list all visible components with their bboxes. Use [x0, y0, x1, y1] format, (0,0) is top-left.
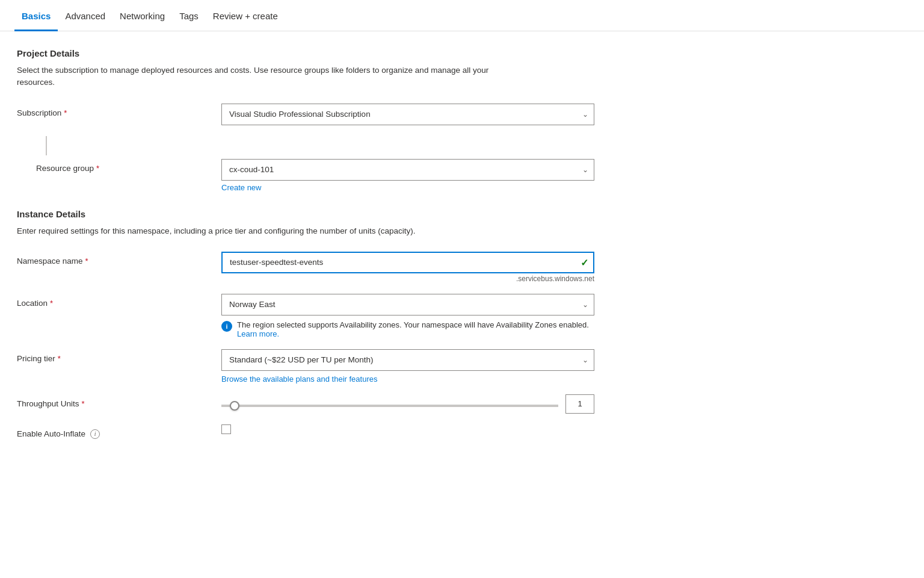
auto-inflate-row: Enable Auto-Inflate i — [17, 424, 645, 439]
resource-group-label: Resource group * — [36, 159, 221, 173]
throughput-units-required-star: * — [82, 399, 85, 408]
subscription-row: Subscription * Visual Studio Professiona… — [17, 104, 645, 125]
namespace-input-wrapper: ✓ — [221, 252, 594, 273]
pricing-tier-row: Pricing tier * Standard (~$22 USD per TU… — [17, 349, 645, 384]
throughput-units-row: Throughput Units * 1 — [17, 394, 645, 414]
instance-details-section: Instance Details Enter required settings… — [17, 209, 645, 439]
auto-inflate-control — [221, 424, 594, 434]
check-icon: ✓ — [581, 256, 588, 268]
resource-group-select-wrapper[interactable]: cx-coud-101 ⌄ — [221, 159, 594, 181]
resource-group-required-star: * — [96, 164, 99, 173]
instance-details-description: Enter required settings for this namespa… — [17, 225, 510, 237]
project-details-description: Select the subscription to manage deploy… — [17, 64, 510, 89]
namespace-name-input[interactable] — [221, 252, 594, 273]
auto-inflate-label: Enable Auto-Inflate i — [17, 424, 221, 439]
location-row: Location * Norway East ⌄ i The region se… — [17, 294, 645, 338]
location-select[interactable]: Norway East — [221, 294, 594, 315]
project-details-title: Project Details — [17, 48, 645, 58]
namespace-name-required-star: * — [85, 256, 88, 266]
tab-basics[interactable]: Basics — [14, 11, 58, 31]
servicebus-suffix: .servicebus.windows.net — [221, 275, 594, 283]
main-content: Project Details Select the subscription … — [0, 31, 662, 474]
learn-more-link[interactable]: Learn more. — [237, 329, 279, 338]
subscription-control: Visual Studio Professional Subscription … — [221, 104, 594, 125]
location-control: Norway East ⌄ i The region selected supp… — [221, 294, 594, 338]
connector — [17, 136, 645, 155]
resource-group-row: Resource group * cx-coud-101 ⌄ Create ne… — [17, 159, 645, 192]
location-required-star: * — [50, 299, 53, 308]
auto-inflate-checkbox-wrapper — [221, 424, 594, 434]
tab-networking[interactable]: Networking — [112, 11, 172, 31]
namespace-name-row: Namespace name * ✓ .servicebus.windows.n… — [17, 252, 645, 283]
resource-group-select[interactable]: cx-coud-101 — [221, 159, 594, 181]
instance-details-title: Instance Details — [17, 209, 645, 219]
project-details-section: Project Details Select the subscription … — [17, 48, 645, 192]
info-icon: i — [221, 321, 232, 332]
create-new-link[interactable]: Create new — [221, 183, 261, 192]
subscription-required-star: * — [64, 108, 67, 117]
location-info-text: The region selected supports Availabilit… — [237, 320, 594, 338]
subscription-select[interactable]: Visual Studio Professional Subscription — [221, 104, 594, 125]
slider-row: 1 — [221, 394, 594, 414]
resource-group-control: cx-coud-101 ⌄ Create new — [221, 159, 594, 192]
subscription-label: Subscription * — [17, 104, 221, 117]
namespace-name-control: ✓ .servicebus.windows.net — [221, 252, 594, 283]
pricing-tier-select-wrapper[interactable]: Standard (~$22 USD per TU per Month) ⌄ — [221, 349, 594, 371]
location-select-wrapper[interactable]: Norway East ⌄ — [221, 294, 594, 315]
browse-plans-link[interactable]: Browse the available plans and their fea… — [221, 374, 377, 384]
tab-bar: Basics Advanced Networking Tags Review +… — [0, 0, 924, 31]
pricing-tier-select[interactable]: Standard (~$22 USD per TU per Month) — [221, 349, 594, 371]
throughput-slider[interactable] — [221, 405, 558, 407]
tab-advanced[interactable]: Advanced — [58, 11, 112, 31]
throughput-units-label: Throughput Units * — [17, 394, 221, 408]
location-info-box: i The region selected supports Availabil… — [221, 320, 594, 338]
subscription-select-wrapper[interactable]: Visual Studio Professional Subscription … — [221, 104, 594, 125]
throughput-value-box: 1 — [565, 394, 594, 414]
pricing-tier-control: Standard (~$22 USD per TU per Month) ⌄ B… — [221, 349, 594, 384]
namespace-name-label: Namespace name * — [17, 252, 221, 266]
tab-tags[interactable]: Tags — [172, 11, 206, 31]
auto-inflate-info-icon: i — [90, 429, 100, 439]
location-label: Location * — [17, 294, 221, 308]
tab-review-create[interactable]: Review + create — [206, 11, 285, 31]
pricing-tier-required-star: * — [58, 354, 61, 363]
pricing-tier-label: Pricing tier * — [17, 349, 221, 363]
slider-wrapper — [221, 399, 558, 409]
auto-inflate-checkbox[interactable] — [221, 424, 231, 434]
connector-line — [46, 136, 47, 155]
throughput-units-control: 1 — [221, 394, 594, 414]
